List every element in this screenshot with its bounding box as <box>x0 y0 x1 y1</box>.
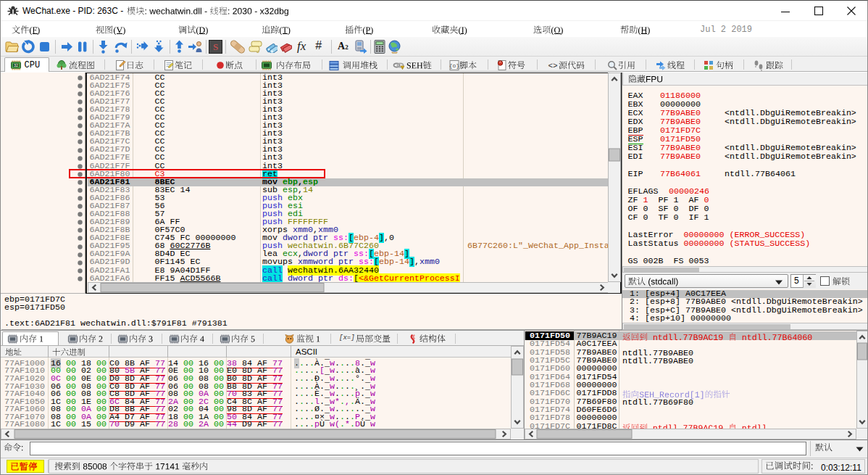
svg-text:32: 32 <box>14 63 18 67</box>
svg-text:S: S <box>213 41 218 52</box>
svg-text:<>: <> <box>548 62 557 70</box>
svg-text:{o}: {o} <box>449 62 459 69</box>
svg-text:!: ! <box>402 66 403 70</box>
